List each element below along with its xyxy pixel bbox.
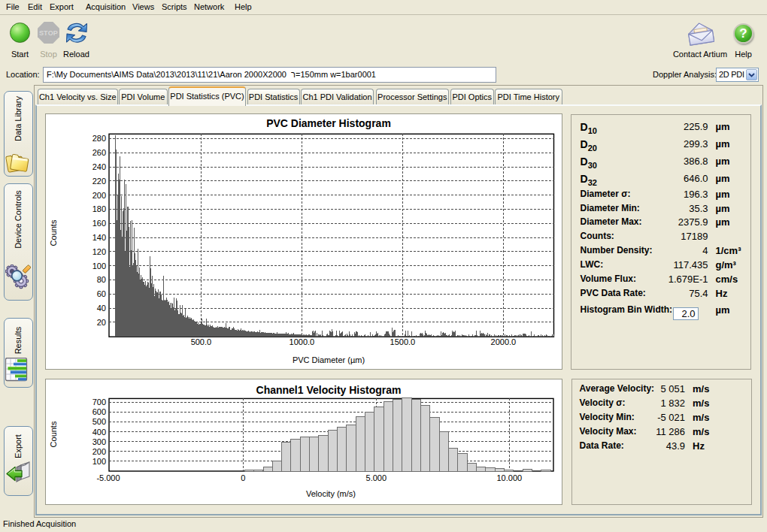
svg-text:240: 240 <box>92 162 106 171</box>
svg-text:1000.0: 1000.0 <box>290 337 315 346</box>
svg-text:Channel1 Velocity Histogram: Channel1 Velocity Histogram <box>256 384 402 396</box>
svg-text:500.0: 500.0 <box>191 337 212 346</box>
svg-text:Counts: Counts <box>49 421 58 447</box>
svg-text:2000.0: 2000.0 <box>491 337 517 346</box>
svg-text:200: 200 <box>92 447 106 456</box>
svg-text:700: 700 <box>92 397 106 407</box>
svg-text:Velocity (m/s): Velocity (m/s) <box>306 489 356 498</box>
svg-text:500: 500 <box>92 417 106 426</box>
svg-text:120: 120 <box>92 247 106 256</box>
svg-text:PVC Diameter Histogram: PVC Diameter Histogram <box>266 117 391 129</box>
svg-text:600: 600 <box>92 407 106 416</box>
svg-text:20: 20 <box>97 318 106 327</box>
svg-text:280: 280 <box>92 134 106 143</box>
svg-text:100: 100 <box>92 457 106 466</box>
svg-text:10.000: 10.000 <box>496 473 522 482</box>
svg-text:400: 400 <box>92 428 106 437</box>
svg-text:0: 0 <box>241 473 245 482</box>
svg-text:260: 260 <box>92 148 106 157</box>
svg-text:40: 40 <box>97 304 106 313</box>
svg-text:100: 100 <box>92 261 106 271</box>
svg-text:Counts: Counts <box>49 219 58 246</box>
svg-text:160: 160 <box>92 219 106 228</box>
svg-text:PVC Diameter (µm): PVC Diameter (µm) <box>293 355 365 364</box>
svg-text:5.000: 5.000 <box>366 473 387 482</box>
svg-text:200: 200 <box>92 191 106 200</box>
svg-text:60: 60 <box>97 289 106 298</box>
svg-text:1500.0: 1500.0 <box>390 337 416 346</box>
svg-text:80: 80 <box>97 275 106 284</box>
svg-text:220: 220 <box>92 177 106 186</box>
svg-text:300: 300 <box>92 437 106 446</box>
svg-text:140: 140 <box>92 233 106 242</box>
svg-text:-5.000: -5.000 <box>96 473 120 482</box>
svg-text:180: 180 <box>92 204 106 213</box>
